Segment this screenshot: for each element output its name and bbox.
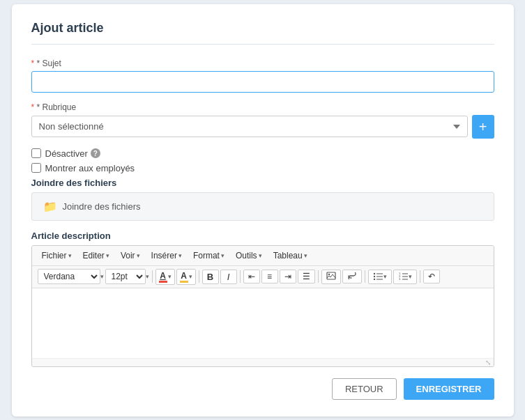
sep3 [240, 270, 241, 283]
image-button[interactable] [321, 270, 341, 284]
editor-menubar: Fichier ▾ Editer ▾ Voir ▾ Insérer ▾ Form… [32, 246, 494, 266]
align-left-icon: ⇤ [248, 272, 255, 281]
link-icon [347, 272, 357, 281]
svg-point-2 [373, 272, 374, 274]
undo-button[interactable]: ↶ [423, 270, 440, 283]
rubrique-label: * * Rubrique [31, 102, 494, 112]
italic-button[interactable]: I [220, 270, 237, 284]
voir-chevron-icon: ▾ [137, 252, 140, 259]
editor-container: Fichier ▾ Editer ▾ Voir ▾ Insérer ▾ Form… [31, 245, 494, 367]
menu-format[interactable]: Format ▾ [189, 249, 229, 263]
sep4 [318, 270, 319, 283]
align-justify-button[interactable]: ☰ [298, 270, 315, 283]
editor-toolbar: Verdana ▾ 12pt ▾ A ▾ A [32, 266, 494, 288]
font-size-select[interactable]: 12pt [105, 269, 146, 284]
file-attach-button[interactable]: 📁 Joindre des fichiers [31, 192, 494, 221]
inserer-chevron-icon: ▾ [178, 252, 182, 259]
highlight-a-icon: A [181, 271, 187, 281]
montrer-checkbox[interactable] [31, 163, 41, 173]
sep6 [420, 270, 420, 283]
enregistrer-button[interactable]: ENREGISTRER [404, 378, 494, 400]
sujet-input[interactable] [31, 71, 494, 93]
montrer-group: Montrer aux employés [31, 163, 494, 173]
joindre-section-label: Joindre des fichiers [31, 178, 494, 188]
highlight-color-bar [180, 281, 188, 283]
highlight-chevron-icon: ▾ [189, 273, 192, 280]
font-color-a-icon: A [160, 271, 166, 281]
editor-body[interactable] [32, 288, 494, 358]
article-description-label: Article description [31, 231, 494, 241]
desactiver-group: Désactiver ? [31, 148, 494, 159]
sujet-label: * * Sujet [31, 59, 494, 68]
size-chevron-icon: ▾ [146, 273, 149, 280]
rubrique-select[interactable]: Non sélectionné [31, 116, 468, 137]
ol-chevron-icon: ▾ [409, 273, 412, 280]
svg-point-1 [328, 273, 329, 274]
rubrique-group: * * Rubrique Non sélectionné + [31, 102, 494, 139]
menu-voir[interactable]: Voir ▾ [116, 249, 144, 263]
sujet-group: * * Sujet [31, 59, 494, 93]
image-icon [326, 272, 336, 282]
tableau-chevron-icon: ▾ [304, 252, 307, 259]
editor-footer: ⤡ [32, 358, 494, 366]
menu-outils[interactable]: Outils ▾ [231, 249, 266, 263]
menu-editer[interactable]: Editer ▾ [79, 249, 114, 263]
align-center-icon: ≡ [267, 272, 272, 281]
unordered-list-icon [373, 272, 383, 282]
sep5 [365, 270, 365, 283]
svg-point-4 [373, 278, 374, 279]
link-button[interactable] [342, 270, 362, 283]
font-chevron-icon: ▾ [100, 273, 104, 280]
align-left-button[interactable]: ⇤ [243, 270, 260, 283]
font-color-bar [159, 281, 167, 283]
unordered-list-button[interactable]: ▾ [368, 270, 392, 284]
retour-button[interactable]: RETOUR [332, 378, 397, 400]
page-title: Ajout article [31, 21, 494, 45]
align-right-icon: ⇥ [284, 272, 291, 281]
montrer-label: Montrer aux employés [45, 163, 135, 173]
svg-text:3.: 3. [399, 277, 401, 280]
sep2 [199, 270, 199, 283]
undo-icon: ↶ [428, 272, 435, 281]
bold-button[interactable]: B [202, 270, 219, 284]
font-color-button[interactable]: A ▾ [155, 269, 175, 285]
svg-point-3 [373, 275, 374, 277]
font-family-select[interactable]: Verdana [38, 269, 100, 284]
menu-tableau[interactable]: Tableau ▾ [269, 249, 312, 263]
highlight-color-button[interactable]: A ▾ [176, 269, 196, 285]
joindre-btn-label: Joindre des fichiers [63, 201, 141, 212]
menu-inserer[interactable]: Insérer ▾ [147, 249, 186, 263]
action-bar: RETOUR ENREGISTRER [31, 378, 494, 400]
desactiver-label: Désactiver ? [45, 148, 100, 159]
format-chevron-icon: ▾ [221, 252, 225, 259]
menu-fichier[interactable]: Fichier ▾ [38, 249, 76, 263]
form-card: Ajout article * * Sujet * * Rubrique Non… [12, 4, 514, 417]
add-rubrique-button[interactable]: + [472, 115, 494, 139]
info-icon[interactable]: ? [91, 148, 100, 158]
ul-chevron-icon: ▾ [383, 273, 387, 280]
outils-chevron-icon: ▾ [259, 252, 262, 259]
font-color-chevron-icon: ▾ [168, 273, 172, 280]
rubrique-row: Non sélectionné + [31, 115, 494, 139]
editer-chevron-icon: ▾ [106, 252, 109, 259]
ordered-list-button[interactable]: 1.2.3. ▾ [393, 270, 417, 284]
desactiver-checkbox[interactable] [31, 148, 41, 158]
fichier-chevron-icon: ▾ [68, 252, 72, 259]
resize-handle-icon: ⤡ [485, 359, 491, 366]
align-justify-icon: ☰ [303, 272, 310, 281]
sep1 [152, 270, 153, 283]
align-right-button[interactable]: ⇥ [280, 270, 296, 283]
align-center-button[interactable]: ≡ [261, 270, 278, 283]
folder-icon: 📁 [43, 200, 57, 213]
ordered-list-icon: 1.2.3. [398, 272, 408, 282]
